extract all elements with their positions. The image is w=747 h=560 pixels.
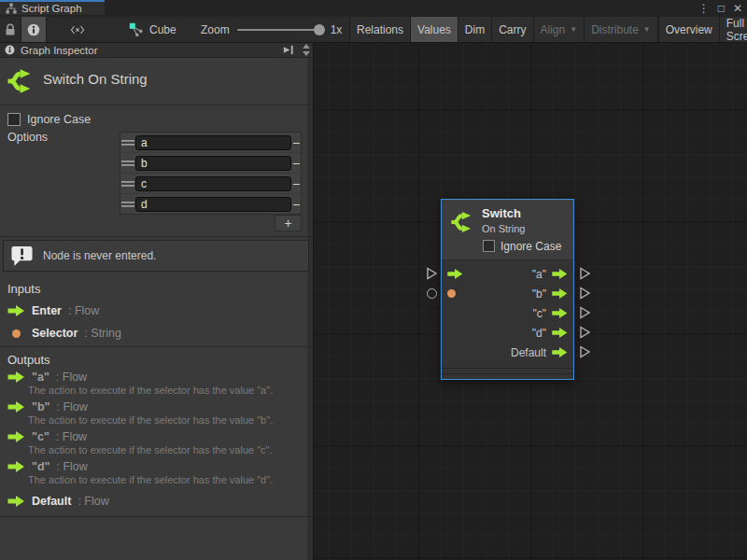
zoom-control: Zoom 1x bbox=[201, 17, 342, 42]
remove-option-button[interactable]: − bbox=[291, 174, 301, 194]
output-c-hint-triangle[interactable] bbox=[578, 306, 591, 319]
warning-box: Node is never entered. bbox=[3, 240, 309, 272]
maximize-icon[interactable]: □ bbox=[718, 0, 725, 17]
remove-option-button[interactable]: − bbox=[291, 153, 301, 174]
node-graph-icon bbox=[129, 22, 144, 37]
enter-port-hint-triangle[interactable] bbox=[425, 267, 438, 280]
info-icon bbox=[5, 45, 15, 55]
fullscreen-button[interactable]: Full Screen bbox=[719, 17, 747, 42]
inspector-scrollbar-gutter[interactable] bbox=[307, 58, 313, 560]
option-row: − bbox=[120, 133, 301, 153]
output-d-flow-port[interactable] bbox=[552, 328, 568, 338]
output-c-row: "c" : Flow bbox=[7, 430, 87, 443]
inputs-header: Inputs bbox=[7, 282, 40, 296]
menu-icon[interactable]: ⋮ bbox=[698, 0, 710, 17]
switch-icon bbox=[451, 210, 475, 234]
option-row: − bbox=[120, 153, 301, 174]
code-preview-button[interactable] bbox=[55, 17, 100, 42]
inspector-header-label: Graph Inspector bbox=[21, 45, 97, 56]
remove-option-button[interactable]: − bbox=[291, 194, 301, 215]
node-title: Switch bbox=[482, 206, 521, 220]
options-label: Options bbox=[7, 131, 48, 144]
node-row-d: "d" bbox=[442, 323, 573, 343]
option-row: − bbox=[120, 194, 301, 215]
node-header[interactable]: Switch On String Ignore Case bbox=[442, 200, 573, 260]
node-subtitle: On String bbox=[482, 223, 525, 234]
flow-port-icon bbox=[7, 305, 25, 316]
option-value-input[interactable] bbox=[135, 176, 291, 191]
drag-handle-icon[interactable] bbox=[120, 139, 135, 147]
output-a-hint-triangle[interactable] bbox=[578, 267, 591, 280]
overview-button[interactable]: Overview bbox=[658, 17, 719, 42]
dim-button[interactable]: Dim bbox=[458, 17, 491, 42]
node-ignore-case-checkbox[interactable] bbox=[483, 240, 495, 252]
node-row-b: "b" bbox=[442, 284, 573, 303]
outputs-header: Outputs bbox=[7, 353, 50, 367]
node-row-default: Default bbox=[442, 343, 573, 362]
warning-text: Node is never entered. bbox=[43, 249, 156, 262]
drag-handle-icon[interactable] bbox=[120, 201, 135, 208]
output-b-flow-port[interactable] bbox=[552, 288, 568, 299]
flow-port-icon bbox=[7, 431, 25, 442]
output-d-description: The action to execute if the selector ha… bbox=[28, 474, 273, 485]
scroll-down-button[interactable] bbox=[300, 50, 312, 58]
align-dropdown[interactable]: Align ▼ bbox=[533, 17, 585, 42]
option-row: − bbox=[120, 174, 301, 194]
script-graph-icon bbox=[6, 3, 17, 14]
output-d-hint-triangle[interactable] bbox=[578, 326, 591, 339]
node-row-a: "a" bbox=[442, 264, 573, 284]
carry-button[interactable]: Carry bbox=[491, 17, 532, 42]
remove-option-button[interactable]: − bbox=[291, 133, 301, 153]
enter-flow-port[interactable] bbox=[447, 269, 463, 279]
close-icon[interactable]: ✕ bbox=[733, 0, 742, 17]
output-port-label: "b" bbox=[532, 287, 546, 301]
info-icon bbox=[27, 23, 40, 36]
tab-script-graph[interactable]: Script Graph bbox=[0, 0, 105, 15]
output-a-row: "a" : Flow bbox=[7, 371, 87, 384]
node-row-c: "c" bbox=[442, 303, 573, 323]
zoom-slider[interactable] bbox=[237, 29, 323, 31]
code-icon bbox=[70, 23, 85, 36]
output-default-hint-triangle[interactable] bbox=[578, 345, 591, 358]
output-a-flow-port[interactable] bbox=[552, 269, 568, 279]
ignore-case-row: Ignore Case bbox=[7, 113, 91, 126]
output-port-label: Default bbox=[511, 346, 546, 359]
option-value-input[interactable] bbox=[135, 135, 291, 150]
ignore-case-label: Ignore Case bbox=[27, 113, 91, 126]
output-b-hint-triangle[interactable] bbox=[578, 287, 591, 300]
window-controls: ⋮ □ ✕ bbox=[698, 0, 742, 17]
switch-on-string-node[interactable]: Switch On String Ignore Case "a" bbox=[441, 199, 574, 380]
toolbar-right-group: Relations Values Dim Carry Align ▼ Distr… bbox=[349, 17, 747, 42]
unity-visual-scripting-window: Script Graph ⋮ □ ✕ Cube Zoom bbox=[0, 0, 747, 560]
graph-owner-button[interactable]: Cube bbox=[121, 17, 184, 42]
drag-handle-icon[interactable] bbox=[120, 180, 135, 188]
ignore-case-checkbox[interactable] bbox=[7, 113, 21, 126]
add-option-button[interactable]: + bbox=[275, 215, 302, 231]
zoom-value: 1x bbox=[331, 23, 343, 36]
selector-value-port[interactable] bbox=[447, 289, 456, 298]
output-default-flow-port[interactable] bbox=[552, 347, 568, 357]
graph-canvas[interactable]: Switch On String Ignore Case "a" bbox=[314, 43, 747, 560]
lock-button[interactable] bbox=[0, 17, 21, 42]
distribute-dropdown[interactable]: Distribute ▼ bbox=[584, 17, 657, 42]
divider bbox=[0, 346, 313, 347]
relations-button[interactable]: Relations bbox=[349, 17, 410, 42]
option-value-input[interactable] bbox=[135, 156, 291, 171]
option-value-input[interactable] bbox=[135, 197, 291, 212]
drag-handle-icon[interactable] bbox=[120, 160, 135, 167]
output-a-description: The action to execute if the selector ha… bbox=[28, 385, 273, 396]
selector-port-hint-circle[interactable] bbox=[427, 288, 437, 299]
zoom-slider-handle[interactable] bbox=[314, 24, 325, 35]
output-c-flow-port[interactable] bbox=[552, 308, 568, 318]
lock-icon bbox=[5, 23, 16, 36]
chevron-down-icon: ▼ bbox=[570, 25, 577, 34]
flow-port-icon bbox=[7, 461, 25, 472]
string-port-icon bbox=[7, 329, 25, 338]
chevron-down-icon: ▼ bbox=[643, 25, 651, 34]
values-button[interactable]: Values bbox=[410, 17, 458, 42]
dock-panel-icon[interactable] bbox=[282, 44, 294, 56]
divider bbox=[0, 236, 313, 237]
scroll-up-button[interactable] bbox=[300, 43, 312, 50]
graph-owner-label: Cube bbox=[149, 23, 176, 36]
inspector-toggle-button[interactable] bbox=[21, 17, 47, 42]
